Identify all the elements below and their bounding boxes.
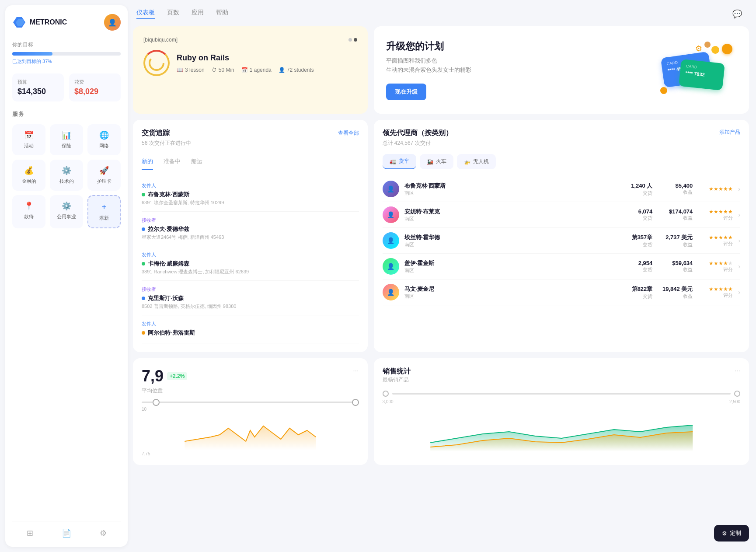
agent-name-4: 盖伊·霍金斯 xyxy=(404,259,621,267)
course-meta: 📖 3 lesson ⏱ 50 Min 📅 1 agenda 👤 xyxy=(177,67,314,73)
service-item-insurance[interactable]: 📊 保险 xyxy=(50,124,83,155)
nav-help[interactable]: 帮助 xyxy=(216,9,228,19)
sales-sub: 最畅销产品 xyxy=(383,376,411,384)
upgrade-desc: 平面插图和我们多色 生动的未混合紫色头发女士的精彩 xyxy=(386,56,471,75)
agent-stat-3: 第357章 交货 xyxy=(626,234,652,248)
upgrade-card: 升级您的计划 平面插图和我们多色 生动的未混合紫色头发女士的精彩 现在升级 CA… xyxy=(374,26,749,114)
delivery-name-2: 拉尔夫·爱德华兹 xyxy=(142,225,359,233)
agent-revenue-3: 2,737 美元 收益 xyxy=(658,234,693,248)
service-item-hospitality[interactable]: 📍 款待 xyxy=(12,195,45,228)
sales-range-bar[interactable] xyxy=(392,393,731,395)
truck-icon: 🚛 xyxy=(390,158,396,164)
agent-tab-train[interactable]: 🚂 火车 xyxy=(420,154,453,169)
stat-more-icon[interactable]: ··· xyxy=(353,367,359,375)
meta-students: 👤 72 students xyxy=(279,67,314,73)
services-title: 服务 xyxy=(12,110,121,118)
tab-shipping[interactable]: 船运 xyxy=(191,154,202,170)
sidebar-header: METRONIC 👤 xyxy=(12,14,121,31)
service-item-add[interactable]: + 添新 xyxy=(87,195,121,228)
agent-arrow-1[interactable]: › xyxy=(738,185,740,192)
agent-avatar-2: 👤 xyxy=(383,206,399,223)
nav-pages[interactable]: 页数 xyxy=(167,9,179,19)
agent-rating-4: ★★★★★ 评分 xyxy=(698,260,733,273)
stat-range-slider[interactable] xyxy=(142,402,359,403)
agent-stat-4: 2,954 交货 xyxy=(626,260,652,273)
sales-handle-right[interactable] xyxy=(734,391,740,397)
status-dot-1 xyxy=(142,193,145,196)
logo: METRONIC xyxy=(12,15,67,29)
service-label-activity: 活动 xyxy=(24,143,34,149)
course-url-text: [biqubiqu.com] xyxy=(143,37,178,43)
nav-apps[interactable]: 应用 xyxy=(192,9,204,19)
agent-arrow-5[interactable]: › xyxy=(738,289,740,296)
service-item-tech[interactable]: ⚙️ 技术的 xyxy=(50,160,83,191)
agent-revenue-4: $59,634 收益 xyxy=(658,260,693,273)
sales-more-icon[interactable]: ··· xyxy=(735,367,740,375)
service-label-add: 添新 xyxy=(99,215,109,221)
stat-main: 7,9 +2.2% 平均位置 xyxy=(142,367,187,395)
slider-handle-right[interactable] xyxy=(352,399,359,406)
agent-stat-1: 1,240 人 交货 xyxy=(626,182,652,196)
tracking-view-all[interactable]: 查看全部 xyxy=(338,129,359,137)
sales-card: 销售统计 最畅销产品 ··· 3,000 2,500 xyxy=(374,358,749,465)
goal-bar xyxy=(12,52,121,56)
delivery-item-1: 发件人 布鲁克林·西蒙斯 6391 埃尔全圣塞莱斯, 特拉华州 10299 xyxy=(142,177,359,212)
agents-title-block: 领先代理商（按类别） xyxy=(383,129,453,138)
file-icon[interactable]: 📄 xyxy=(62,528,71,538)
sidebar-footer: ⊞ 📄 ⚙ xyxy=(12,521,121,538)
time-text: 50 Min xyxy=(219,67,234,73)
upgrade-button[interactable]: 现在升级 xyxy=(386,84,426,100)
main-content: 仪表板 页数 应用 帮助 💬 [biqubiqu.com] xyxy=(133,0,756,552)
service-item-network[interactable]: 🌐 网络 xyxy=(87,124,121,155)
agent-stat-2: 6,074 交货 xyxy=(626,208,652,221)
lesson-text: 3 lesson xyxy=(185,67,205,73)
nav-dashboard[interactable]: 仪表板 xyxy=(136,9,155,19)
tab-preparing[interactable]: 准备中 xyxy=(164,154,181,170)
svg-point-2 xyxy=(150,56,164,70)
agent-info-4: 盖伊·霍金斯 南区 xyxy=(404,259,621,274)
tab-new[interactable]: 新的 xyxy=(142,154,153,170)
sales-handle-left[interactable] xyxy=(383,391,389,397)
agent-name-5: 马文·麦金尼 xyxy=(404,285,621,293)
delivery-name-1: 布鲁克林·西蒙斯 xyxy=(142,191,359,199)
service-item-finance[interactable]: 💰 金融的 xyxy=(12,160,45,191)
agent-stat-5: 第822章 交货 xyxy=(626,285,652,300)
budget-row: 预算 $14,350 花费 $8,029 xyxy=(12,73,121,101)
budget-value: $14,350 xyxy=(17,87,59,96)
delivery-addr-2: 星家大道2464号 梅萨, 新泽西州 45463 xyxy=(142,234,359,241)
service-item-carecard[interactable]: 🚀 护理卡 xyxy=(87,160,121,191)
delivery-name-4: 克里斯汀·沃森 xyxy=(142,294,359,302)
agent-row-5: 👤 马文·麦金尼 南区 第822章 交货 19,842 美元 收益 ★★★★★ … xyxy=(383,279,740,305)
sales-range xyxy=(383,391,740,397)
agent-arrow-4[interactable]: › xyxy=(738,263,740,270)
insurance-icon: 📊 xyxy=(62,130,71,140)
layers-icon[interactable]: ⊞ xyxy=(27,528,33,538)
agent-info-3: 埃丝特·霍华德 南区 xyxy=(404,234,621,248)
service-item-activity[interactable]: 📅 活动 xyxy=(12,124,45,155)
settings-icon[interactable]: ⚙ xyxy=(100,528,107,538)
hospitality-icon: 📍 xyxy=(24,201,34,211)
customize-button[interactable]: ⚙ 定制 xyxy=(714,525,749,542)
agent-tabs: 🚛 货车 🚂 火车 🚁 无人机 xyxy=(383,154,740,169)
agent-revenue-1: $5,400 收益 xyxy=(658,182,693,196)
expense-card: 花费 $8,029 xyxy=(69,73,121,101)
agents-add-product[interactable]: 添加产品 xyxy=(719,129,740,136)
course-info: Ruby on Rails 📖 3 lesson ⏱ 50 Min 📅 1 xyxy=(143,50,357,76)
message-icon[interactable]: 💬 xyxy=(732,9,742,19)
meta-agenda: 📅 1 agenda xyxy=(241,67,272,73)
agent-tab-drone[interactable]: 🚁 无人机 xyxy=(457,154,496,169)
tracking-tabs: 新的 准备中 船运 xyxy=(142,154,359,170)
agent-rating-2: ★★★★★ 评分 xyxy=(698,209,733,221)
avatar[interactable]: 👤 xyxy=(104,14,121,31)
slider-handle-left[interactable] xyxy=(153,399,160,406)
sales-title-block: 销售统计 最畅销产品 xyxy=(383,367,411,391)
service-item-utility[interactable]: ⚙️ 公用事业 xyxy=(50,195,83,228)
agent-arrow-3[interactable]: › xyxy=(738,237,740,244)
agent-arrow-2[interactable]: › xyxy=(738,211,740,218)
delivery-role-4: 接收者 xyxy=(142,286,359,293)
delivery-item-4: 接收者 克里斯汀·沃森 8502 普雷斯顿路, 英格尔伍德, 缅因州 98380 xyxy=(142,281,359,315)
agent-row-1: 👤 布鲁克林·西蒙斯 南区 1,240 人 交货 $5,400 收益 ★★★★★ xyxy=(383,176,740,202)
chart-label-10: 10 xyxy=(142,407,146,412)
delivery-role-5: 发件人 xyxy=(142,321,359,327)
agent-tab-truck[interactable]: 🚛 货车 xyxy=(383,154,416,169)
